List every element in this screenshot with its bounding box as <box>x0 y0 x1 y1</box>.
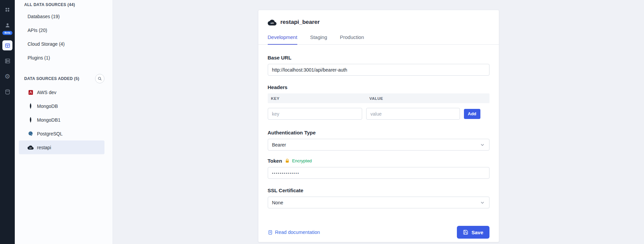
authentication-type-value: Bearer <box>272 142 286 148</box>
base-url-label: Base URL <box>268 55 489 60</box>
sidebar-item-label: MongoDB <box>37 104 58 109</box>
card-title-row: API restapi_bearer <box>268 19 489 26</box>
mongodb-icon <box>28 103 34 109</box>
user-icon[interactable] <box>2 20 12 30</box>
svg-text:API: API <box>30 147 32 149</box>
search-icon <box>97 76 102 81</box>
svg-text:API: API <box>270 22 274 24</box>
tab-production[interactable]: Production <box>340 34 364 45</box>
sidebar: ALL DATA SOURCES (44) Databases (19) API… <box>15 0 113 244</box>
chevron-down-icon <box>480 142 485 148</box>
sidebar-item-mongodb1[interactable]: MongoDB1 <box>19 113 104 127</box>
section-title-datasources-added: DATA SOURCES ADDED (5) <box>15 76 79 81</box>
base-url-input[interactable] <box>268 64 489 76</box>
read-documentation-label: Read documentation <box>275 230 320 235</box>
sidebar-item-plugins[interactable]: Plugins (1) <box>19 51 104 65</box>
settings-icon[interactable]: ⚙ <box>2 71 12 81</box>
sidebar-item-label: Cloud Storage (4) <box>28 41 65 47</box>
sidebar-item-postgresql[interactable]: PostgreSQL <box>19 127 104 140</box>
value-column-header: VALUE <box>366 96 383 100</box>
sidebar-item-label: Databases (19) <box>28 14 60 19</box>
beta-badge: Beta <box>2 31 12 35</box>
sidebar-item-mongodb[interactable]: MongoDB <box>19 99 104 113</box>
chevron-down-icon <box>480 200 485 205</box>
authentication-type-select[interactable]: Bearer <box>268 139 489 151</box>
tab-development[interactable]: Development <box>268 34 297 45</box>
user-rail-group: Beta <box>2 20 12 35</box>
sidebar-item-label: AWS dev <box>37 90 56 95</box>
ssl-certificate-select[interactable]: None <box>268 197 489 208</box>
datasources-icon[interactable] <box>2 40 12 50</box>
main-area: API restapi_bearer Development Staging P… <box>113 0 644 244</box>
encrypted-badge: Encrypted <box>292 158 312 163</box>
datasources-added-header: DATA SOURCES ADDED (5) <box>15 74 113 83</box>
layers-icon[interactable] <box>2 56 12 66</box>
sidebar-item-label: Plugins (1) <box>28 55 50 60</box>
sidebar-item-restapi[interactable]: API restapi <box>19 140 104 154</box>
sidebar-item-aws-dev[interactable]: AWS dev <box>19 85 104 99</box>
headers-label: Headers <box>268 84 489 90</box>
datasource-card: API restapi_bearer Development Staging P… <box>258 10 499 242</box>
all-datasources-list: Databases (19) APIs (20) Cloud Storage (… <box>15 9 113 65</box>
sidebar-item-label: MongoDB1 <box>37 117 60 123</box>
aws-icon <box>28 89 34 95</box>
headers-table-header: KEY VALUE <box>268 93 489 103</box>
sidebar-item-label: PostgreSQL <box>37 131 62 136</box>
token-label-row: Token Encrypted <box>268 158 489 164</box>
tab-staging[interactable]: Staging <box>310 34 327 45</box>
token-input[interactable] <box>268 167 489 179</box>
sidebar-item-cloud-storage[interactable]: Cloud Storage (4) <box>19 37 104 51</box>
headers-input-row: Add <box>268 108 489 120</box>
postgresql-icon <box>28 131 34 137</box>
header-value-input[interactable] <box>366 108 460 120</box>
restapi-cloud-icon: API <box>268 19 276 26</box>
page-title: restapi_bearer <box>281 19 320 26</box>
gear-glyph: ⚙ <box>4 73 10 80</box>
save-icon <box>463 230 468 235</box>
mongodb-icon <box>28 117 34 123</box>
header-key-input[interactable] <box>268 108 362 120</box>
lock-icon <box>285 159 290 163</box>
sidebar-item-databases[interactable]: Databases (19) <box>19 9 104 23</box>
icon-rail: Beta ⚙ <box>0 0 15 244</box>
key-column-header: KEY <box>268 96 366 100</box>
token-label: Token <box>268 158 282 164</box>
sidebar-item-apis[interactable]: APIs (20) <box>19 23 104 37</box>
database-icon[interactable] <box>2 87 12 97</box>
apps-icon[interactable] <box>2 5 12 15</box>
section-title-all-datasources: ALL DATA SOURCES (44) <box>15 2 113 7</box>
ssl-certificate-label: SSL Certificate <box>268 188 489 193</box>
ssl-certificate-value: None <box>272 200 283 205</box>
sidebar-item-label: restapi <box>37 145 51 150</box>
documentation-icon <box>268 230 273 235</box>
sidebar-item-label: APIs (20) <box>28 28 47 33</box>
datasources-added-list: AWS dev MongoDB MongoDB1 <box>15 85 113 154</box>
read-documentation-link[interactable]: Read documentation <box>268 230 320 235</box>
environment-tabs: Development Staging Production <box>258 34 499 45</box>
app-root: Beta ⚙ ALL DATA SOURCES (44) Database <box>0 0 644 244</box>
search-button[interactable] <box>95 74 104 83</box>
save-button-label: Save <box>471 230 483 235</box>
add-header-button[interactable]: Add <box>464 109 480 119</box>
restapi-cloud-icon: API <box>28 145 34 151</box>
save-button[interactable]: Save <box>457 226 489 239</box>
authentication-type-label: Authentication Type <box>268 130 489 135</box>
card-footer: Read documentation Save <box>268 226 489 239</box>
